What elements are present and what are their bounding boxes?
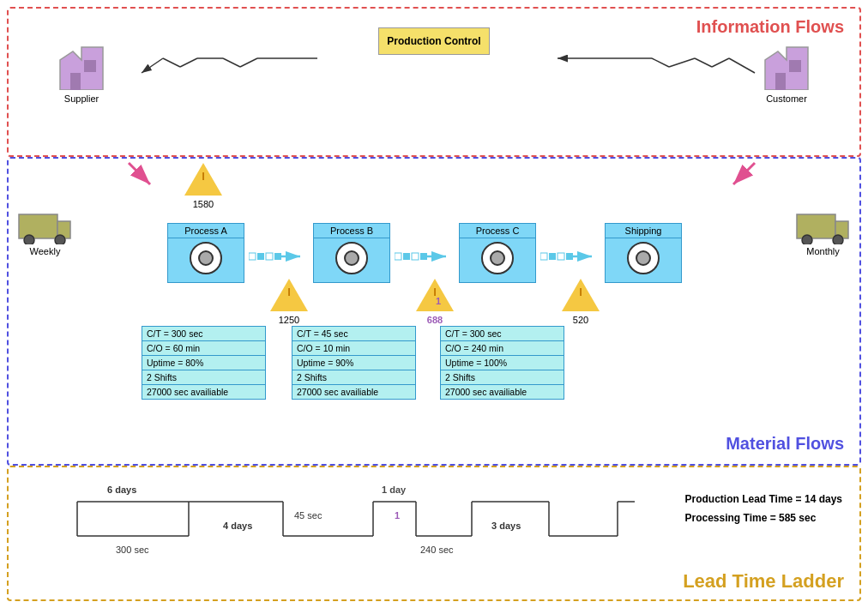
inventory-520-icon: [562, 279, 600, 311]
inventory-1250: 1250: [270, 279, 308, 325]
lead-time-section: Lead Time Ladder 6 days 4 days 1 day 3 d…: [7, 466, 861, 601]
svg-marker-3: [765, 47, 808, 90]
svg-rect-2: [84, 60, 96, 72]
shipping-box: Shipping: [605, 223, 682, 283]
push-arrow-a-b: [249, 246, 304, 267]
info-c-row-5: 27000 sec availiable: [441, 385, 564, 399]
production-control-label: Production Control: [387, 35, 480, 47]
svg-rect-4: [775, 73, 786, 90]
info-c-row-3: Uptime = 100%: [441, 356, 564, 370]
monthly-truck-icon: [795, 206, 851, 244]
svg-text:300 sec: 300 sec: [116, 545, 149, 555]
svg-rect-36: [257, 253, 264, 260]
svg-rect-5: [789, 60, 801, 72]
svg-text:4 days: 4 days: [223, 521, 252, 531]
lead-time-ladder-chart: 6 days 4 days 1 day 3 days 300 sec 45 se…: [17, 476, 635, 587]
svg-point-29: [833, 235, 843, 244]
svg-rect-47: [540, 253, 547, 260]
process-c-box: Process C: [459, 223, 536, 283]
shipping-circle: [627, 242, 660, 274]
svg-line-12: [180, 58, 197, 67]
svg-line-15: [729, 58, 755, 73]
info-b-row-1: C/T = 45 sec: [292, 327, 415, 341]
shipping-title: Shipping: [606, 224, 681, 238]
weekly-label: Weekly: [17, 246, 73, 256]
info-a-row-5: 27000 sec availiable: [142, 385, 265, 399]
svg-line-33: [733, 163, 755, 184]
inventory-688: 688: [416, 279, 454, 325]
supplier-factory: Supplier: [51, 43, 112, 104]
info-a-row-4: 2 Shifts: [142, 370, 265, 385]
svg-text:1 day: 1 day: [382, 485, 407, 495]
svg-line-14: [142, 58, 163, 73]
svg-rect-42: [403, 253, 410, 260]
svg-rect-50: [566, 253, 573, 260]
svg-rect-22: [19, 214, 57, 238]
info-a-row-1: C/T = 300 sec: [142, 327, 265, 341]
svg-text:3 days: 3 days: [491, 521, 521, 531]
supplier-factory-icon: [51, 43, 112, 90]
info-b-row-2: C/O = 10 min: [292, 341, 415, 356]
material-flows-section: Material Flows Weekly Monthly: [7, 157, 861, 466]
info-c-row-4: 2 Shifts: [441, 370, 564, 385]
process-a-title: Process A: [168, 224, 244, 238]
svg-text:240 sec: 240 sec: [420, 545, 454, 555]
process-b-title: Process B: [314, 224, 389, 238]
inventory-688-icon: [416, 279, 454, 311]
material-flows-label: Material Flows: [726, 434, 844, 454]
svg-line-18: [669, 58, 695, 67]
push-arrow-cs-icon: [540, 246, 596, 267]
monthly-truck: Monthly: [795, 206, 851, 256]
info-box-a: C/T = 300 sec C/O = 60 min Uptime = 80% …: [142, 326, 266, 400]
process-a-box: Process A: [167, 223, 244, 283]
push-arrow-ab-icon: [249, 246, 304, 267]
lead-time-value: Production Lead Time = 14 days: [684, 493, 842, 505]
info-b-row-4: 2 Shifts: [292, 370, 415, 385]
svg-line-9: [240, 58, 257, 67]
inventory-1250-icon: [270, 279, 308, 311]
svg-text:45 sec: 45 sec: [294, 510, 322, 521]
svg-point-28: [802, 235, 812, 244]
process-c-circle: [481, 242, 514, 274]
production-control-box: Production Control: [378, 27, 490, 55]
inventory-1580: 1580: [184, 163, 222, 209]
svg-line-10: [223, 58, 240, 67]
info-flows-label: Information Flows: [696, 17, 844, 37]
inventory-520-value: 520: [562, 315, 600, 325]
process-b-box: Process B: [313, 223, 390, 283]
svg-line-17: [695, 58, 712, 67]
info-a-row-3: Uptime = 80%: [142, 356, 265, 370]
svg-rect-48: [549, 253, 556, 260]
svg-line-16: [712, 58, 729, 67]
push-arrow-bc-icon: [395, 246, 450, 267]
svg-rect-1: [70, 73, 81, 90]
svg-rect-26: [797, 214, 835, 238]
inventory-520: 520: [562, 279, 600, 325]
svg-line-13: [163, 58, 180, 67]
customer-factory-icon: [756, 43, 817, 90]
svg-point-24: [24, 235, 34, 244]
svg-rect-35: [249, 253, 256, 260]
inventory-1250-value: 1250: [270, 315, 308, 325]
customer-label: Customer: [756, 93, 817, 104]
info-b-row-3: Uptime = 90%: [292, 356, 415, 370]
svg-text:6 days: 6 days: [107, 485, 136, 495]
weekly-truck-icon: [17, 206, 73, 244]
svg-rect-44: [420, 253, 427, 260]
process-c-title: Process C: [460, 224, 535, 238]
svg-rect-37: [266, 253, 273, 260]
lead-time-label: Lead Time Ladder: [683, 570, 844, 593]
process-b-circle: [335, 242, 368, 274]
weekly-truck: Weekly: [17, 206, 73, 256]
push-arrow-b-c: [395, 246, 450, 267]
svg-rect-43: [412, 253, 419, 260]
svg-marker-0: [60, 47, 103, 90]
inventory-triangle-icon: [184, 163, 222, 196]
info-b-row-5: 27000 sec availiable: [292, 385, 415, 399]
process-a-circle: [190, 242, 222, 274]
inventory-bc-annotation: 1: [436, 296, 441, 306]
info-box-b: C/T = 45 sec C/O = 10 min Uptime = 90% 2…: [292, 326, 416, 400]
info-a-row-2: C/O = 60 min: [142, 341, 265, 356]
info-c-row-2: C/O = 240 min: [441, 341, 564, 356]
processing-time-value: Processing Time = 585 sec: [684, 512, 842, 524]
